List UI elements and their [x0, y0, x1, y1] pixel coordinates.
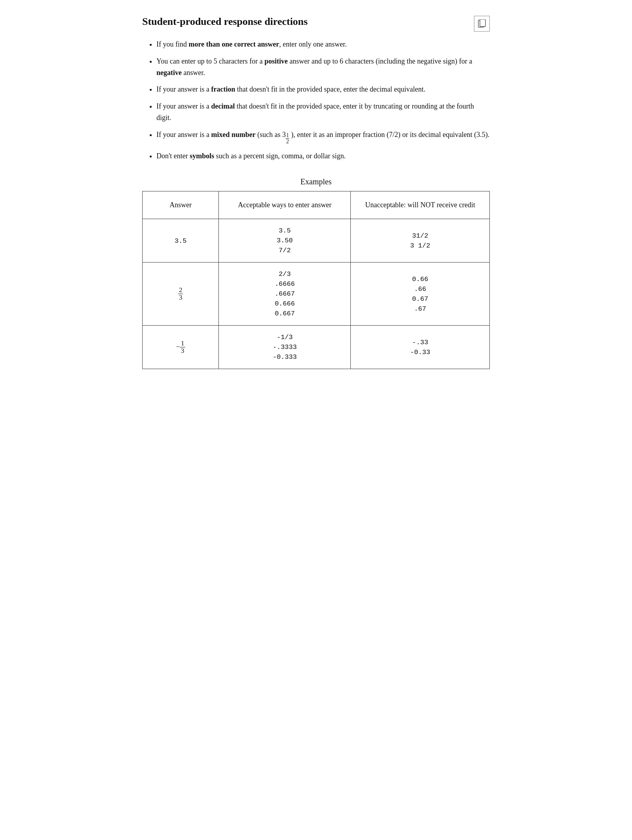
fraction-denominator: 3 [180, 347, 185, 355]
answer-fraction-2: 2 3 [178, 287, 183, 302]
corner-icon [474, 16, 490, 32]
answer-fraction-3: 1 3 [180, 340, 185, 355]
unacceptable-value-3a: -.33 [412, 339, 428, 346]
acceptable-cell-3: -1/3 -.3333 -0.333 [219, 326, 351, 369]
examples-title: Examples [142, 177, 490, 186]
unacceptable-value-2b: .66 [414, 285, 426, 293]
fraction-numerator: 2 [178, 287, 183, 294]
unacceptable-cell-3: -.33 -0.33 [351, 326, 490, 369]
unacceptable-cell-1: 31/2 3 1/2 [351, 219, 490, 262]
page-wrapper: Student-produced response directions If … [142, 16, 490, 369]
unacceptable-value-1a: 31/2 [412, 232, 428, 240]
fraction-denominator: 3 [178, 294, 183, 302]
acceptable-value-1a: 3.5 [279, 227, 291, 234]
bullet-item-6: Don't enter symbols such as a percent si… [156, 150, 490, 162]
header-answer: Answer [143, 191, 219, 219]
header-unacceptable: Unacceptable: will NOT receive credit [351, 191, 490, 219]
acceptable-value-2b: .6666 [275, 280, 295, 288]
acceptable-values-1: 3.5 3.50 7/2 [228, 227, 341, 254]
acceptable-cell-2: 2/3 .6666 .6667 0.666 0.667 [219, 262, 351, 326]
svg-rect-1 [480, 19, 485, 26]
table-row: 3.5 3.5 3.50 7/2 31/2 3 1/2 [143, 219, 490, 262]
acceptable-values-2: 2/3 .6666 .6667 0.666 0.667 [228, 270, 341, 317]
acceptable-values-3: -1/3 -.3333 -0.333 [228, 334, 341, 361]
table-row: − 1 3 -1/3 -.3333 -0.333 [143, 326, 490, 369]
examples-section: Examples Answer Acceptable ways to enter… [142, 177, 490, 369]
table-header-row: Answer Acceptable ways to enter answer U… [143, 191, 490, 219]
acceptable-value-2e: 0.667 [275, 310, 295, 317]
acceptable-value-2a: 2/3 [279, 270, 291, 278]
bullet-item-2: You can enter up to 5 characters for a p… [156, 56, 490, 79]
unacceptable-value-2d: .67 [414, 305, 426, 313]
bullet-item-3: If your answer is a fraction that doesn'… [156, 84, 490, 95]
fraction-numerator: 1 [180, 340, 185, 348]
examples-table: Answer Acceptable ways to enter answer U… [142, 191, 490, 369]
acceptable-value-1b: 3.50 [276, 237, 293, 244]
acceptable-value-2c: .6667 [275, 290, 295, 298]
unacceptable-value-2c: 0.67 [412, 295, 428, 303]
answer-value-1: 3.5 [175, 237, 187, 245]
unacceptable-cell-2: 0.66 .66 0.67 .67 [351, 262, 490, 326]
unacceptable-values-2: 0.66 .66 0.67 .67 [360, 276, 480, 313]
answer-cell-1: 3.5 [143, 219, 219, 262]
acceptable-value-3c: -0.333 [273, 353, 297, 361]
unacceptable-value-2a: 0.66 [412, 276, 428, 283]
acceptable-value-3a: -1/3 [276, 334, 293, 341]
acceptable-cell-1: 3.5 3.50 7/2 [219, 219, 351, 262]
table-row: 2 3 2/3 .6666 .6667 0.666 0.667 [143, 262, 490, 326]
page-title: Student-produced response directions [142, 16, 490, 28]
bullet-item-4: If your answer is a decimal that doesn't… [156, 101, 490, 124]
acceptable-value-3b: -.3333 [273, 343, 297, 351]
acceptable-value-1c: 7/2 [279, 247, 291, 254]
unacceptable-values-3: -.33 -0.33 [360, 339, 480, 356]
answer-cell-3: − 1 3 [143, 326, 219, 369]
directions-list: If you find more than one correct answer… [142, 39, 490, 161]
unacceptable-value-3b: -0.33 [410, 349, 430, 356]
answer-cell-2: 2 3 [143, 262, 219, 326]
bullet-item-1: If you find more than one correct answer… [156, 39, 490, 50]
answer-neg-fraction-3: − 1 3 [176, 343, 185, 351]
unacceptable-value-1b: 3 1/2 [410, 242, 430, 249]
header-acceptable: Acceptable ways to enter answer [219, 191, 351, 219]
acceptable-value-2d: 0.666 [275, 300, 295, 308]
bullet-item-5: If your answer is a mixed number (such a… [156, 129, 490, 145]
unacceptable-values-1: 31/2 3 1/2 [360, 232, 480, 249]
